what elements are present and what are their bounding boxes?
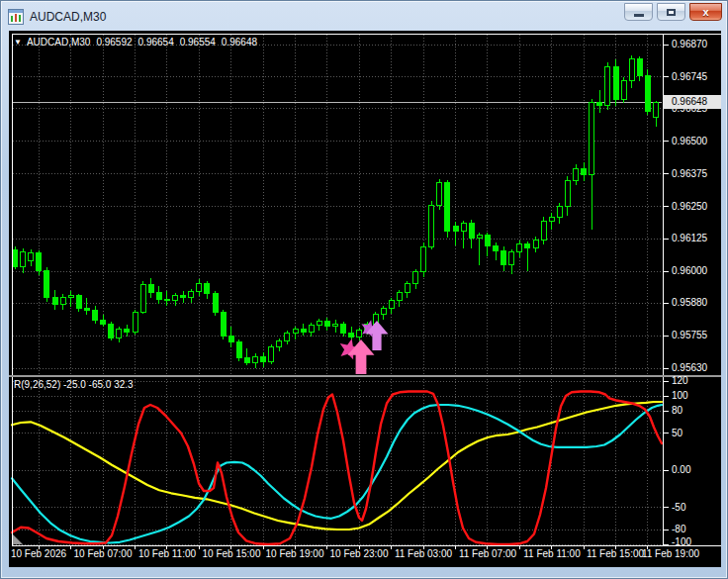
oscillator-axis-label: -100 [672,536,691,548]
oscillator-axis-label: 120 [672,375,688,387]
minimize-icon [634,14,644,17]
high-value: 0.96654 [138,37,174,48]
window-title: AUDCAD,M30 [30,10,106,24]
oscillator-axis-label: -50 [672,502,685,514]
close-button[interactable]: x [689,3,722,21]
time-axis-label: 11 Feb 19:00 [626,548,715,560]
minimize-button[interactable] [624,3,653,21]
chart-canvas[interactable] [9,31,721,567]
restore-icon [667,9,676,16]
oscillator-axis-label: 100 [672,390,688,402]
oscillator-axis-label: 0.00 [672,464,690,476]
low-value: 0.96554 [180,37,216,48]
chart-client-area[interactable]: ▼AUDCAD,M300.965920.966540.965540.96648 … [9,31,721,567]
chart-window-icon [8,9,24,25]
chart-window: AUDCAD,M30 x ▼AUDCAD,M300.965920.966540.… [0,0,728,579]
price-axis-label: 0.96870 [672,39,707,50]
oscillator-axis-label: 50 [672,428,682,439]
open-value: 0.96592 [96,37,132,48]
price-axis-label: 0.96125 [672,233,707,244]
window-controls: x [624,3,722,21]
price-axis-label: 0.96500 [672,136,707,147]
current-price-tag: 0.96648 [663,95,721,109]
oscillator-axis-label: -80 [672,524,685,535]
ohlc-info-line: ▼AUDCAD,M300.965920.966540.965540.96648 [14,37,263,48]
symbol-period-label: AUDCAD,M30 [27,37,90,48]
close-icon: x [702,7,708,18]
price-axis-label: 0.95755 [672,330,707,341]
close-value: 0.96648 [222,37,257,48]
price-axis-label: 0.95630 [672,362,707,374]
price-axis-label: 0.96745 [672,71,707,83]
indicator-label: R(9,26,52) -25.0 -65.0 32.3 [14,379,134,390]
price-axis-label: 0.96250 [672,201,707,213]
restore-button[interactable] [657,3,685,21]
oscillator-axis-label: 80 [672,405,682,417]
price-axis-label: 0.96000 [672,265,707,277]
price-axis-label: 0.95880 [672,297,707,309]
price-axis-label: 0.96375 [672,168,707,180]
collapse-arrow-icon[interactable]: ▼ [14,38,22,47]
titlebar[interactable]: AUDCAD,M30 [8,6,720,28]
